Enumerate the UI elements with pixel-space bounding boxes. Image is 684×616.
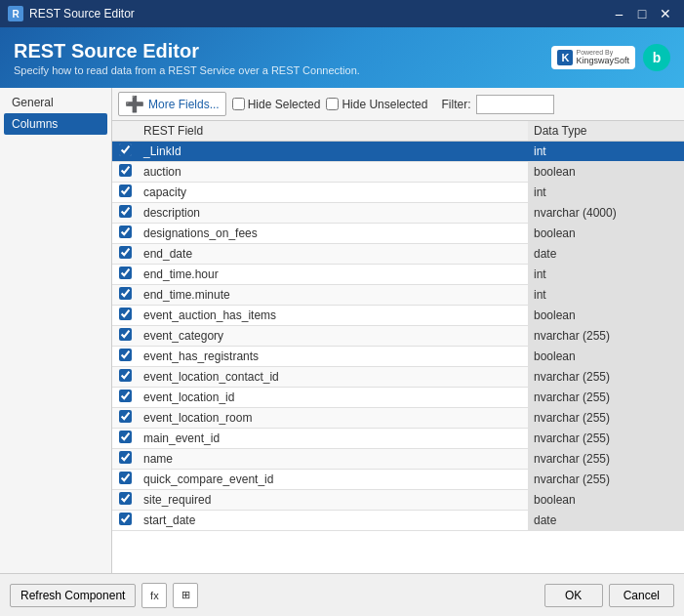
row-field: description [138,203,528,224]
row-field: main_event_id [138,429,528,449]
header-logos: K Powered By KingswaySoft b [551,44,670,71]
table-row[interactable]: event_auction_has_itemsboolean [112,306,684,326]
row-checkbox-cell [112,388,138,408]
row-field: event_category [138,326,528,347]
row-field: event_location_room [138,408,528,429]
row-checkbox[interactable] [119,349,132,361]
row-checkbox-cell [112,265,138,285]
footer: Refresh Component fx ⊞ OK Cancel [0,573,684,616]
header-subtitle: Specify how to read data from a REST Ser… [14,64,360,76]
kingsway-name: KingswaySoft [576,57,629,66]
minimize-button[interactable]: ‒ [608,3,629,24]
row-data-type: boolean [528,224,684,244]
row-checkbox[interactable] [119,513,132,525]
row-checkbox[interactable] [119,472,132,484]
table-row[interactable]: end_time.minuteint [112,285,684,306]
table-row[interactable]: end_time.hourint [112,265,684,285]
table-row[interactable]: descriptionnvarchar (4000) [112,203,684,224]
table-body: _LinkIdintauctionbooleancapacityintdescr… [112,142,684,531]
hide-unselected-checkbox[interactable] [326,98,339,110]
row-checkbox-cell [112,183,138,203]
hide-selected-text: Hide Selected [248,98,321,111]
row-checkbox-cell [112,490,138,511]
row-field: event_location_id [138,388,528,408]
table-row[interactable]: site_requiredboolean [112,490,684,511]
kingsway-text: Powered By KingswaySoft [576,49,629,66]
row-field: end_date [138,244,528,265]
maximize-button[interactable]: □ [631,3,653,24]
header-title: REST Source Editor [14,40,360,62]
row-checkbox[interactable] [119,185,132,197]
row-checkbox-cell [112,347,138,367]
expression-builder-button[interactable]: fx [141,583,167,608]
more-fields-label: More Fields... [148,98,220,111]
row-checkbox[interactable] [119,410,132,423]
row-data-type: boolean [528,490,684,511]
table-row[interactable]: _LinkIdint [112,142,684,162]
variable-builder-button[interactable]: ⊞ [173,583,198,608]
row-checkbox-cell [112,326,138,347]
hide-unselected-label[interactable]: Hide Unselected [326,98,427,111]
row-data-type: boolean [528,162,684,183]
table-row[interactable]: event_location_roomnvarchar (255) [112,408,684,429]
row-field: capacity [138,183,528,203]
row-field: event_auction_has_items [138,306,528,326]
row-checkbox-cell [112,449,138,470]
more-fields-button[interactable]: ➕ More Fields... [118,92,226,116]
sidebar-item-columns[interactable]: Columns [4,113,107,135]
table-row[interactable]: namenvarchar (255) [112,449,684,470]
table-row[interactable]: event_location_idnvarchar (255) [112,388,684,408]
row-field: event_has_registrants [138,347,528,367]
row-checkbox[interactable] [119,267,132,279]
filter-input[interactable] [476,95,554,114]
hide-selected-label[interactable]: Hide Selected [232,98,321,111]
row-field: auction [138,162,528,183]
table-row[interactable]: end_datedate [112,244,684,265]
row-checkbox[interactable] [119,226,132,238]
row-data-type: int [528,183,684,203]
row-data-type: nvarchar (255) [528,408,684,429]
row-checkbox[interactable] [119,492,132,505]
sidebar-item-general[interactable]: General [4,92,107,113]
row-checkbox[interactable] [119,390,132,402]
row-checkbox[interactable] [119,287,132,300]
table-row[interactable]: event_location_contact_idnvarchar (255) [112,367,684,388]
close-button[interactable]: ✕ [655,3,676,24]
row-checkbox[interactable] [119,451,132,464]
row-checkbox[interactable] [119,308,132,320]
row-data-type: nvarchar (255) [528,326,684,347]
row-checkbox[interactable] [119,328,132,341]
table-row[interactable]: designations_on_feesboolean [112,224,684,244]
row-checkbox[interactable] [119,369,132,382]
row-field: site_required [138,490,528,511]
cancel-button[interactable]: Cancel [609,584,674,607]
table-row[interactable]: capacityint [112,183,684,203]
row-data-type: date [528,244,684,265]
hide-selected-checkbox[interactable] [232,98,245,110]
row-checkbox[interactable] [119,205,132,218]
row-data-type: int [528,142,684,162]
table-row[interactable]: start_datedate [112,511,684,531]
rest-field-header: REST Field [138,121,528,142]
table-row[interactable]: event_has_registrantsboolean [112,347,684,367]
row-checkbox[interactable] [119,144,132,156]
table-row[interactable]: quick_compare_event_idnvarchar (255) [112,470,684,490]
table-row[interactable]: main_event_idnvarchar (255) [112,429,684,449]
table-row[interactable]: event_categorynvarchar (255) [112,326,684,347]
row-checkbox-cell [112,511,138,531]
refresh-component-button[interactable]: Refresh Component [10,584,136,607]
row-checkbox-cell [112,306,138,326]
row-checkbox-cell [112,244,138,265]
row-checkbox-cell [112,224,138,244]
row-checkbox-cell [112,408,138,429]
row-data-type: nvarchar (255) [528,367,684,388]
row-checkbox[interactable] [119,246,132,259]
table-row[interactable]: auctionboolean [112,162,684,183]
row-checkbox-cell [112,429,138,449]
header-left: REST Source Editor Specify how to read d… [14,40,360,76]
row-checkbox[interactable] [119,431,132,443]
row-checkbox[interactable] [119,164,132,177]
header: REST Source Editor Specify how to read d… [0,27,684,88]
row-checkbox-cell [112,203,138,224]
ok-button[interactable]: OK [544,584,603,607]
